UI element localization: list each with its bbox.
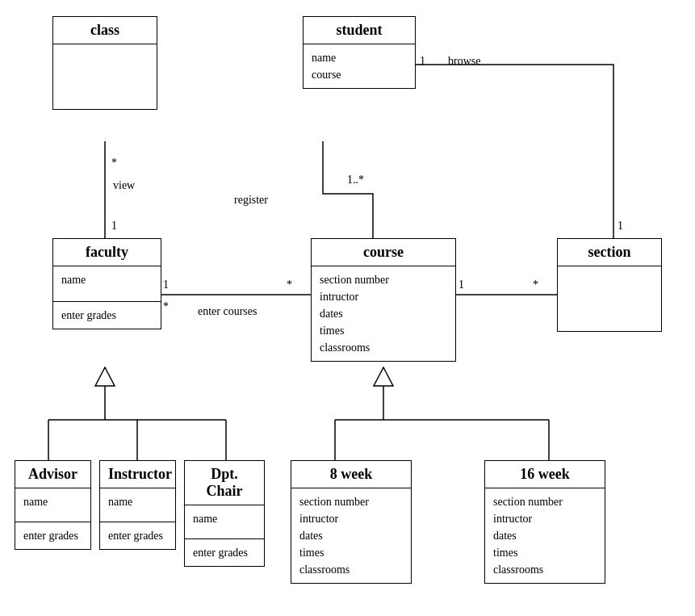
section-box: section <box>557 238 662 332</box>
svg-marker-8 <box>95 367 115 386</box>
faculty-method-section: enter grades <box>53 302 161 329</box>
sixteen-week-title: 16 week <box>485 461 605 488</box>
dpt-chair-method: enter grades <box>185 539 264 566</box>
sixteen-week-box: 16 week section number intructor dates t… <box>484 460 605 584</box>
section-title: section <box>558 239 661 266</box>
register-label: register <box>234 194 268 207</box>
class-section <box>53 44 157 109</box>
svg-marker-13 <box>374 367 393 386</box>
mult-star-class: * <box>111 157 117 170</box>
advisor-title: Advisor <box>15 461 90 488</box>
course-box: course section number intructor dates ti… <box>311 238 456 362</box>
dpt-chair-title: Dpt. Chair <box>185 461 264 505</box>
eight-week-section: section number intructor dates times cla… <box>291 488 411 583</box>
course-section: section number intructor dates times cla… <box>312 266 455 361</box>
student-section: name course <box>304 44 415 88</box>
advisor-box: Advisor name enter grades <box>15 460 91 550</box>
eight-week-box: 8 week section number intructor dates ti… <box>291 460 412 584</box>
instructor-box: Instructor name enter grades <box>99 460 176 550</box>
section-attr <box>558 266 661 331</box>
student-title: student <box>304 17 415 44</box>
browse-label: browse <box>448 55 480 68</box>
view-label: view <box>113 179 135 192</box>
class-title: class <box>53 17 157 44</box>
sixteen-week-section: section number intructor dates times cla… <box>485 488 605 583</box>
faculty-attr-section: name <box>53 266 161 302</box>
student-box: student name course <box>303 16 416 89</box>
instructor-attr: name <box>100 488 175 522</box>
dpt-chair-box: Dpt. Chair name enter grades <box>184 460 265 567</box>
class-box: class <box>52 16 157 110</box>
eight-week-title: 8 week <box>291 461 411 488</box>
mult-1-faculty-top: 1 <box>111 220 117 233</box>
course-title: course <box>312 239 455 266</box>
mult-star-section-left: * <box>533 279 538 291</box>
mult-star-faculty-right: * <box>163 300 169 313</box>
instructor-method: enter grades <box>100 522 175 549</box>
mult-1dot-student: 1..* <box>347 174 364 186</box>
mult-star-course-left: * <box>287 279 292 291</box>
mult-1-course-right: 1 <box>458 279 464 291</box>
dpt-chair-attr: name <box>185 505 264 539</box>
instructor-title: Instructor <box>100 461 175 488</box>
mult-1-faculty-right: 1 <box>163 279 169 291</box>
advisor-method: enter grades <box>15 522 90 549</box>
mult-1-student-right: 1 <box>420 55 425 68</box>
mult-1-section-top: 1 <box>618 220 623 233</box>
faculty-box: faculty name enter grades <box>52 238 161 329</box>
enter-courses-label: enter courses <box>198 305 257 318</box>
advisor-attr: name <box>15 488 90 522</box>
faculty-title: faculty <box>53 239 161 266</box>
